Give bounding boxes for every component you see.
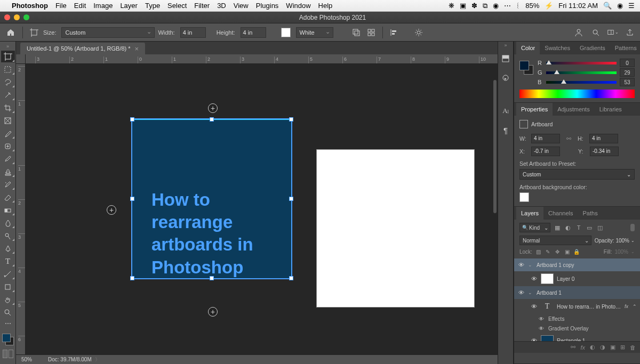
adjustment-icon[interactable]: ◑ [600,344,605,351]
zoom-indicator[interactable]: 50% [21,357,32,362]
height-input[interactable]: 4 in [241,27,266,38]
mask-icon[interactable]: ◐ [590,344,595,351]
r-slider[interactable] [546,60,617,66]
path-tool[interactable] [1,268,15,280]
edit-toolbar[interactable]: ⋯ [1,319,15,328]
lasso-tool[interactable] [1,76,15,88]
battery-percent[interactable]: 85% [525,2,539,10]
menu-3d[interactable]: 3D [217,2,226,10]
artboard-1-copy[interactable] [316,149,475,308]
menu-file[interactable]: File [55,2,67,10]
delete-layer-icon[interactable]: 🗑 [630,344,636,351]
evernote-icon[interactable]: ❋ [449,2,454,10]
color-spectrum[interactable] [519,90,635,98]
cc-icon[interactable]: ▣ [460,2,466,10]
width-input[interactable]: 4 in [180,27,206,38]
lock-all-icon[interactable]: 🔒 [573,248,580,255]
menu-help[interactable]: Help [318,2,333,10]
fx-icon[interactable]: fx [580,344,585,351]
visibility-toggle[interactable]: 👁 [530,337,538,341]
hand-tool[interactable] [1,294,15,305]
visibility-toggle[interactable]: 👁 [538,326,545,331]
layer-rectangle1[interactable]: 👁Rectangle 1 [514,333,640,341]
add-artboard-bottom[interactable]: + [208,307,218,317]
doc-info[interactable]: Doc: 39.7M/8.00M [48,357,92,362]
battery-icon[interactable]: ⚡ [545,2,553,10]
dots-icon[interactable]: ⋯ [504,2,511,10]
app-name[interactable]: Photoshop [12,2,48,10]
frame-tool[interactable] [1,115,15,126]
gradient-tool[interactable] [1,204,15,216]
actions-panel-icon[interactable] [500,72,511,83]
menu-type[interactable]: Type [145,2,160,10]
g-slider[interactable] [546,70,617,75]
control-center-icon[interactable]: ☰ [628,2,635,10]
lock-move-icon[interactable]: ✥ [554,248,561,255]
layer-effects[interactable]: 👁Effects [514,314,640,323]
character-panel-icon[interactable]: A| [500,106,511,116]
preset-dropdown[interactable]: Custom [519,169,635,180]
ruler-origin[interactable] [16,54,26,64]
doc-info-chevron[interactable]: 〉 [95,356,100,363]
prop-w-input[interactable]: 4 in [531,134,560,143]
tab-patterns[interactable]: Patterns [610,42,640,54]
layer-artboard1[interactable]: 👁⌄Artboard 1 [514,286,640,299]
fx-badge[interactable]: fx [625,304,628,309]
visibility-toggle[interactable]: 👁 [538,316,545,322]
asterisk-icon[interactable]: ✽ [471,2,477,10]
home-button[interactable] [4,26,17,39]
menu-view[interactable]: View [234,2,249,10]
vertical-scrollbar[interactable] [493,80,497,213]
filter-smart-icon[interactable]: ◫ [596,224,604,231]
share-icon[interactable] [624,27,636,38]
menu-select[interactable]: Select [167,2,187,10]
gear-icon[interactable] [413,27,425,38]
quick-mask-toggle[interactable] [3,350,13,358]
g-value[interactable]: 29 [620,68,635,77]
filter-shape-icon[interactable]: ▭ [586,224,593,231]
resize-handle[interactable] [289,117,293,122]
tab-adjustments[interactable]: Adjustments [553,103,595,116]
layer-artboard1copy[interactable]: 👁⌄Artboard 1 copy [514,258,640,271]
b-slider[interactable] [546,79,617,85]
visibility-toggle[interactable]: 👁 [517,289,525,296]
workspace-icon[interactable]: ⌄ [607,27,619,38]
tab-color[interactable]: Color [516,42,540,54]
menu-filter[interactable]: Filter [194,2,210,10]
menu-layer[interactable]: Layer [120,2,138,10]
eyedropper-tool[interactable] [1,127,15,139]
tab-channels[interactable]: Channels [543,207,578,220]
add-artboard-left[interactable]: + [107,205,116,215]
layer-textlayer[interactable]: 👁THow to rearra… in Photoshopfx⌃ [514,299,640,314]
resize-handle[interactable] [130,117,134,122]
canvas[interactable]: How to rearrange artboards in Photoshop … [26,64,498,345]
history-brush-tool[interactable] [1,179,15,190]
menu-image[interactable]: Image [93,2,113,10]
eraser-tool[interactable] [1,191,15,203]
filter-type-icon[interactable]: T [575,224,582,231]
brush-tool[interactable] [1,153,15,165]
vertical-ruler[interactable]: 2 1 1 2 3 4 5 6 [16,64,26,354]
opacity-value[interactable]: 100% [615,238,629,244]
fill-dropdown[interactable]: White [296,27,333,38]
crop-tool[interactable] [1,102,15,114]
pen-tool[interactable] [1,242,15,254]
menu-window[interactable]: Window [286,2,310,10]
prop-x-input[interactable]: -0.7 in [531,147,560,156]
document-tab[interactable]: Untitled-1 @ 50% (Artboard 1, RGB/8) * × [20,43,145,54]
filter-toggle[interactable] [630,224,635,231]
link-wh-icon[interactable]: ⚯ [566,135,571,142]
dodge-tool[interactable] [1,230,15,241]
resize-handle[interactable] [289,197,293,201]
b-value[interactable]: 53 [620,78,635,86]
grid-icon[interactable] [365,27,377,38]
foreground-background-swatch[interactable] [1,333,15,346]
filter-image-icon[interactable]: ▦ [554,224,561,231]
zoom-window-button[interactable] [23,14,29,20]
align-icon[interactable] [388,27,400,38]
stamp-tool[interactable] [1,166,15,177]
menu-plugins[interactable]: Plugins [256,2,279,10]
visibility-toggle[interactable]: 👁 [530,303,538,310]
close-tab-icon[interactable]: × [135,45,139,53]
resize-handle[interactable] [210,117,214,122]
